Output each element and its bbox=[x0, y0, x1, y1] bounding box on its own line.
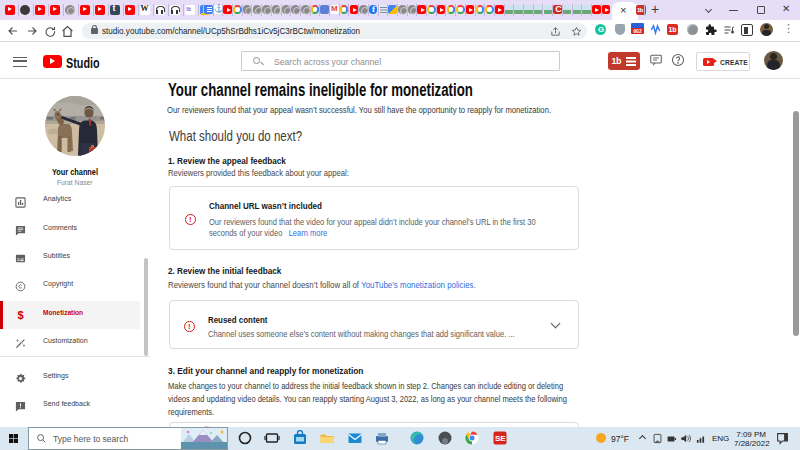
svg-text:SE: SE bbox=[495, 434, 506, 443]
